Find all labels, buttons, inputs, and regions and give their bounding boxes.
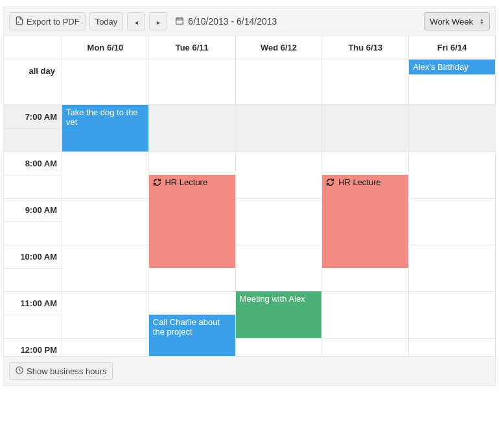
prev-button[interactable]: [127, 12, 145, 30]
allday-cell-wed[interactable]: [236, 60, 323, 104]
scheduler: A Export to PDF Today 6/10/2013 - 6/14/2…: [3, 6, 496, 386]
allday-cell-fri[interactable]: Alex's Birthday: [409, 60, 495, 104]
event-title: Meeting with Alex: [240, 294, 305, 304]
allday-cell-mon[interactable]: [62, 60, 149, 104]
event-title: Take the dog to the vet: [66, 107, 138, 127]
next-button[interactable]: [149, 12, 167, 30]
date-range-picker[interactable]: 6/10/2013 - 6/14/2013: [171, 14, 281, 30]
updown-icon: ▲▼: [480, 18, 484, 25]
time-label-9am: 9:00 AM: [25, 205, 57, 215]
calendar-icon: [175, 16, 184, 27]
chevron-left-icon: [133, 17, 139, 27]
business-hours-button[interactable]: Show business hours: [9, 362, 113, 380]
time-gutter: 7:00 AM 8:00 AM 9:00 AM 10:00 AM 11:00 A…: [4, 105, 62, 356]
export-pdf-label: Export to PDF: [27, 17, 80, 27]
today-button[interactable]: Today: [89, 12, 124, 30]
business-hours-label: Show business hours: [27, 366, 107, 376]
header-day-fri[interactable]: Fri 6/14: [409, 36, 495, 59]
event-hr-tue[interactable]: HR Lecture: [149, 175, 235, 268]
day-grid: Take the dog to the vet HR Lecture: [62, 105, 495, 356]
allday-cell-tue[interactable]: [149, 60, 236, 104]
time-label-10am: 10:00 AM: [20, 252, 57, 262]
event-title: HR Lecture: [338, 177, 381, 187]
toolbar: A Export to PDF Today 6/10/2013 - 6/14/2…: [4, 7, 495, 36]
pdf-icon: A: [15, 16, 24, 27]
svg-text:A: A: [17, 20, 19, 23]
footer: Show business hours: [4, 356, 495, 385]
header-time-spacer: [4, 36, 62, 59]
header-day-thu[interactable]: Thu 6/13: [322, 36, 409, 59]
event-meeting-alex[interactable]: Meeting with Alex: [236, 291, 322, 338]
time-label-7am: 7:00 AM: [25, 112, 57, 122]
header-day-tue[interactable]: Tue 6/11: [149, 36, 236, 59]
grid-body: 7:00 AM 8:00 AM 9:00 AM 10:00 AM 11:00 A…: [4, 105, 495, 356]
time-label-12pm: 12:00 PM: [21, 345, 57, 355]
time-label-11am: 11:00 AM: [20, 298, 57, 308]
day-column-thu[interactable]: HR Lecture: [322, 105, 409, 356]
clock-icon: [15, 366, 24, 377]
chevron-right-icon: [156, 17, 161, 27]
allday-row: all day Alex's Birthday: [4, 60, 495, 105]
allday-label: all day: [4, 60, 62, 104]
event-title: HR Lecture: [165, 177, 207, 187]
header-day-wed[interactable]: Wed 6/12: [236, 36, 323, 59]
event-alex-birthday[interactable]: Alex's Birthday: [409, 60, 495, 74]
event-dog-vet[interactable]: Take the dog to the vet: [62, 105, 148, 151]
time-label-8am: 8:00 AM: [25, 159, 57, 168]
event-hr-thu[interactable]: HR Lecture: [322, 175, 408, 268]
allday-cell-thu[interactable]: [322, 60, 409, 104]
today-label: Today: [95, 17, 118, 27]
header-row: Mon 6/10 Tue 6/11 Wed 6/12 Thu 6/13 Fri …: [4, 36, 495, 60]
date-range-label: 6/10/2013 - 6/14/2013: [188, 16, 277, 27]
recurring-icon: [326, 178, 334, 188]
day-column-wed[interactable]: Meeting with Alex: [236, 105, 323, 356]
recurring-icon: [153, 178, 161, 188]
view-select[interactable]: Work Week ▲▼: [424, 12, 490, 30]
event-call-charlie[interactable]: Call Charlie about the project: [149, 315, 235, 356]
view-select-label: Work Week: [430, 17, 473, 27]
export-pdf-button[interactable]: A Export to PDF: [9, 12, 86, 30]
day-column-tue[interactable]: HR Lecture Call Charlie about the projec…: [149, 105, 236, 356]
header-day-mon[interactable]: Mon 6/10: [62, 36, 149, 59]
day-column-fri[interactable]: [409, 105, 495, 356]
svg-rect-1: [176, 17, 183, 23]
day-column-mon[interactable]: Take the dog to the vet: [62, 105, 149, 356]
event-title: Call Charlie about the project: [153, 317, 220, 337]
